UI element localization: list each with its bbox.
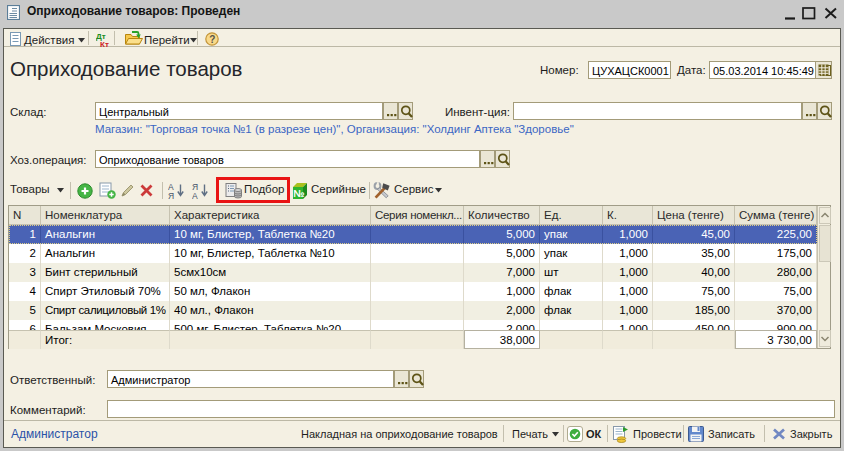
svg-text:?: ? xyxy=(209,33,215,44)
svg-text:А: А xyxy=(192,191,198,200)
svg-text:Кт: Кт xyxy=(100,39,109,47)
svg-text:№: № xyxy=(293,188,304,199)
svg-text:Я: Я xyxy=(168,191,174,200)
